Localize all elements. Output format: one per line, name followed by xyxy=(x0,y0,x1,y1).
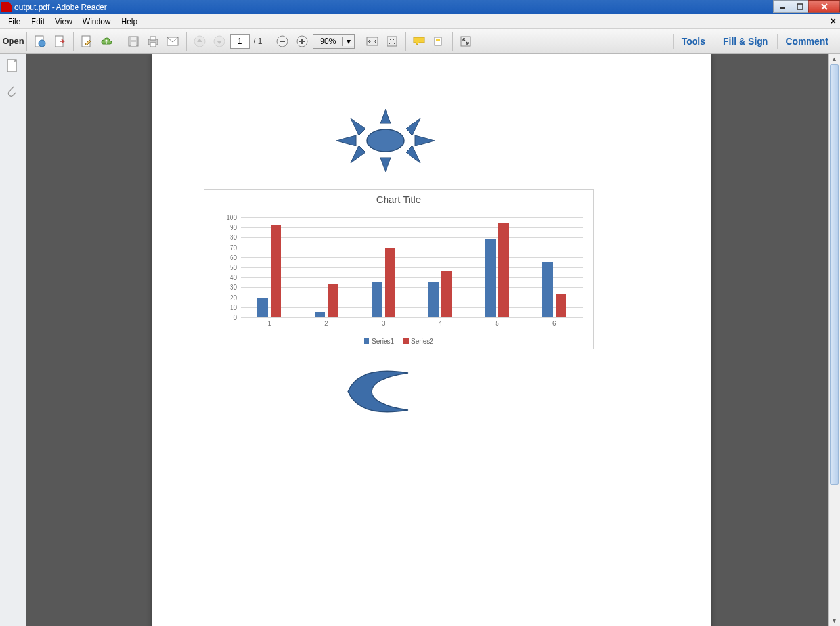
create-pdf-button[interactable] xyxy=(31,32,49,51)
separator xyxy=(73,32,74,51)
svg-point-37 xyxy=(367,129,404,152)
bar-series1 xyxy=(485,239,496,317)
window-titlebar: output.pdf - Adobe Reader xyxy=(0,0,840,14)
bar-series1 xyxy=(257,298,268,317)
sun-shape xyxy=(336,109,435,172)
comment-panel-button[interactable]: Comment xyxy=(777,34,836,49)
chart-legend: Series1 Series2 xyxy=(204,338,593,345)
svg-marker-32 xyxy=(415,135,435,146)
legend-series2: Series2 xyxy=(403,338,433,345)
y-tick-label: 40 xyxy=(230,274,237,281)
arrow-down-icon xyxy=(213,35,225,47)
paperclip-icon xyxy=(5,84,17,97)
separator xyxy=(120,32,120,51)
zoom-value: 90% xyxy=(313,37,342,46)
toolbar: Open / 1 90% ▾ Tools Fill & Sign Comment xyxy=(0,29,840,54)
scroll-down-icon[interactable]: ▼ xyxy=(829,615,840,626)
speech-bubble-icon xyxy=(412,36,426,47)
gridline xyxy=(241,248,583,248)
close-document-icon[interactable]: × xyxy=(831,16,836,26)
zoom-select[interactable]: 90% ▾ xyxy=(313,34,355,49)
legend-series1: Series1 xyxy=(364,338,394,345)
menu-window[interactable]: Window xyxy=(77,16,116,28)
gridline xyxy=(241,227,583,228)
highlight-tool-button[interactable] xyxy=(430,32,448,51)
navigation-pane xyxy=(0,54,26,626)
print-button[interactable] xyxy=(144,32,162,51)
fill-sign-panel-button[interactable]: Fill & Sign xyxy=(715,34,776,49)
comment-tool-button[interactable] xyxy=(410,32,428,51)
svg-rect-25 xyxy=(436,39,440,41)
separator xyxy=(269,32,269,51)
chevron-down-icon: ▾ xyxy=(342,37,354,46)
bar-series2 xyxy=(385,248,395,317)
gridline xyxy=(241,237,583,238)
gridline xyxy=(241,217,583,218)
open-button-label: Open xyxy=(2,36,24,46)
svg-point-5 xyxy=(39,40,45,47)
separator xyxy=(186,32,187,51)
minimize-button[interactable] xyxy=(773,0,791,13)
vertical-scrollbar[interactable]: ▲ ▼ xyxy=(828,54,840,626)
menu-file[interactable]: File xyxy=(3,16,26,28)
chart: Chart Title 0102030405060708090100123456… xyxy=(204,189,594,349)
content-area: Chart Title 0102030405060708090100123456… xyxy=(0,54,840,626)
menu-view[interactable]: View xyxy=(50,16,77,28)
y-tick-label: 90 xyxy=(230,224,237,231)
page-arrow-icon xyxy=(53,35,66,48)
y-tick-label: 60 xyxy=(230,254,237,261)
fit-width-button[interactable] xyxy=(363,32,382,51)
x-tick-label: 6 xyxy=(552,320,556,327)
edit-pdf-button[interactable] xyxy=(77,32,96,51)
attachments-tab[interactable] xyxy=(5,84,21,100)
next-page-button[interactable] xyxy=(210,32,229,51)
moon-shape xyxy=(345,369,411,414)
zoom-out-button[interactable] xyxy=(273,32,292,51)
svg-rect-13 xyxy=(150,43,156,47)
y-tick-label: 0 xyxy=(233,314,237,321)
menu-edit[interactable]: Edit xyxy=(26,16,50,28)
envelope-icon xyxy=(166,36,179,47)
email-button[interactable] xyxy=(164,32,182,51)
page-number-input[interactable] xyxy=(230,34,250,49)
scroll-up-icon[interactable]: ▲ xyxy=(829,54,840,64)
save-button[interactable] xyxy=(124,32,143,51)
bar-series2 xyxy=(441,271,452,317)
arrow-up-icon xyxy=(194,35,206,47)
bar-series2 xyxy=(271,225,281,317)
document-viewport[interactable]: Chart Title 0102030405060708090100123456… xyxy=(26,54,828,626)
y-tick-label: 30 xyxy=(230,284,237,291)
menu-help[interactable]: Help xyxy=(116,16,143,28)
cloud-button[interactable] xyxy=(97,32,116,51)
tools-panel-button[interactable]: Tools xyxy=(673,34,713,49)
chart-plot-area: 0102030405060708090100123456 xyxy=(241,217,583,317)
scroll-thumb[interactable] xyxy=(830,64,839,485)
x-tick-label: 5 xyxy=(495,320,499,327)
fit-page-button[interactable] xyxy=(383,32,401,51)
minus-icon xyxy=(276,35,288,47)
bar-series1 xyxy=(428,282,439,317)
thumbnails-tab[interactable] xyxy=(5,59,21,75)
read-mode-button[interactable] xyxy=(456,32,475,51)
convert-pdf-button[interactable] xyxy=(51,32,69,51)
pdf-page: Chart Title 0102030405060708090100123456… xyxy=(152,54,711,626)
cloud-upload-icon xyxy=(100,35,113,48)
separator xyxy=(26,32,27,51)
y-tick-label: 20 xyxy=(230,294,237,301)
bar-series2 xyxy=(328,284,338,317)
maximize-button[interactable] xyxy=(791,0,809,13)
prev-page-button[interactable] xyxy=(190,32,209,51)
gridline xyxy=(241,307,583,308)
close-button[interactable] xyxy=(808,0,840,13)
zoom-in-button[interactable] xyxy=(293,32,311,51)
highlight-icon xyxy=(432,36,445,47)
separator xyxy=(405,32,406,51)
bar-series1 xyxy=(315,312,325,317)
gridline xyxy=(241,298,583,298)
window-controls xyxy=(774,0,840,14)
svg-marker-36 xyxy=(406,146,420,163)
open-button[interactable]: Open xyxy=(4,32,22,51)
gridline xyxy=(241,317,583,318)
fit-page-icon xyxy=(386,35,398,47)
page-globe-icon xyxy=(33,35,47,48)
